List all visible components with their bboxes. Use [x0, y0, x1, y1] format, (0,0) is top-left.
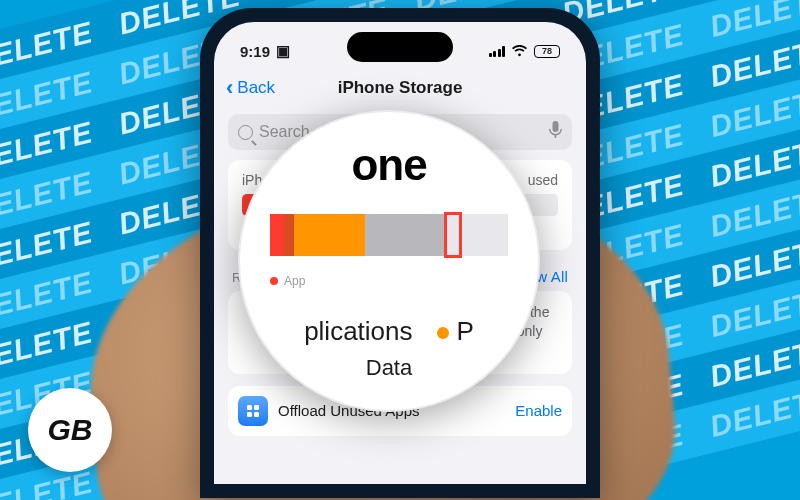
- battery-icon: 78: [534, 45, 560, 58]
- enable-button[interactable]: Enable: [515, 402, 562, 419]
- highlight-box: [444, 212, 462, 258]
- mic-icon[interactable]: [549, 121, 562, 143]
- signal-icon: [489, 45, 506, 57]
- legend-dot-red: [270, 277, 278, 285]
- badge-text: GB: [48, 413, 93, 447]
- focus-icon: ▣: [276, 42, 290, 60]
- svg-rect-1: [254, 405, 259, 410]
- brand-badge: GB: [28, 388, 112, 472]
- search-icon: [238, 125, 253, 140]
- svg-rect-3: [254, 412, 259, 417]
- used-suffix: used: [528, 172, 558, 188]
- battery-level: 78: [542, 46, 552, 56]
- back-label: Back: [237, 78, 275, 98]
- nav-bar: ‹ Back iPhone Storage: [214, 66, 586, 110]
- chevron-left-icon: ‹: [226, 77, 233, 99]
- offload-app-icon: [238, 396, 268, 426]
- magnifier-overlay: one App plications P Data: [238, 110, 540, 412]
- dynamic-island: [347, 32, 453, 62]
- mag-legend-applications: plications: [304, 316, 412, 347]
- svg-rect-0: [247, 405, 252, 410]
- mag-storage-bar: [270, 214, 508, 256]
- wifi-icon: [511, 43, 528, 60]
- svg-rect-2: [247, 412, 252, 417]
- page-title: iPhone Storage: [338, 78, 463, 98]
- back-button[interactable]: ‹ Back: [226, 77, 275, 99]
- status-time: 9:19: [240, 43, 270, 60]
- mag-legend-p: P: [437, 316, 474, 347]
- mag-legend-app-short: App: [284, 274, 305, 288]
